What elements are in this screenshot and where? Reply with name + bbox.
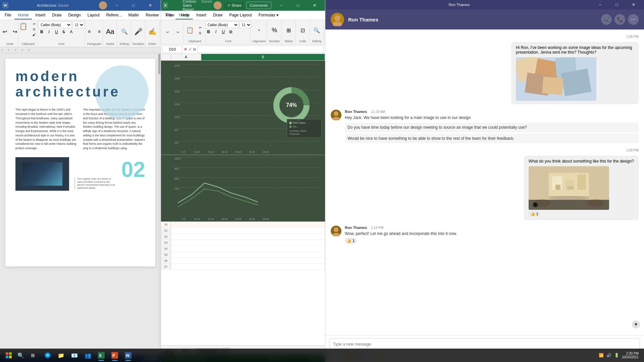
excel-number-format-btn[interactable]: % [270,26,279,35]
excel-minimize-btn[interactable]: − [273,0,289,11]
excel-bold-btn[interactable]: B [205,29,212,35]
strikethrough-btn[interactable]: S̶ [60,29,67,35]
word-minimize-btn[interactable]: − [109,0,124,11]
excel-align-btn[interactable]: ≡ [254,28,264,33]
excel-tab-insert[interactable]: Insert [193,11,210,19]
tab-insert[interactable]: Insert [32,11,49,19]
message-reaction-4[interactable]: 👍 1 [345,238,357,244]
copy-btn[interactable]: ⎘ [30,27,39,32]
teams-video-call-btn[interactable]: 📹 [601,14,612,25]
teams-restore-btn[interactable]: □ [609,0,625,10]
taskbar-word[interactable]: W [122,349,134,361]
excel-font-group: Calibri (Body) 11 B I U ⊞ Font [206,21,251,44]
taskbar-teams[interactable]: 👥 [82,349,94,361]
font-color-btn[interactable]: A [68,29,74,35]
share-btn[interactable]: ↗ Share [224,2,245,9]
teams-message-input[interactable] [329,338,640,350]
cut-btn[interactable]: ✂ [30,21,39,26]
tab-review[interactable]: Review [142,11,162,19]
tab-home[interactable]: Home [14,11,32,19]
message-text-2b: Do you have time today before our design… [345,123,639,132]
paste-btn[interactable]: 📋 [18,21,29,31]
taskbar-excel[interactable]: X [95,349,107,361]
taskbar-start-btn[interactable] [3,349,15,361]
excel-cut-btn[interactable]: ✂ [196,25,205,30]
excel-name-box[interactable] [162,46,182,53]
excel-undo-btn[interactable]: ↩ [163,30,172,35]
excel-underline-btn[interactable]: U [220,29,227,35]
taskbar-mail[interactable]: 📧 [68,349,80,361]
scroll-down-btn[interactable]: ▼ [632,320,640,328]
underline-btn[interactable]: U [53,29,60,35]
dictate-btn[interactable]: 🎤 [133,27,144,36]
taskbar-explorer[interactable]: 📁 [55,349,67,361]
excel-formula-input[interactable] [198,46,324,53]
tab-help[interactable]: Help [177,11,193,19]
tab-refere[interactable]: Refere... [103,11,125,19]
bold-btn[interactable]: B [38,29,45,35]
doc-bottom: The organic truth of a forest or wave pr… [15,157,145,191]
excel-col-b[interactable]: B [201,54,325,60]
excel-editing-btn[interactable]: 🔍 [312,26,321,34]
tab-view[interactable]: View [162,11,178,19]
excel-redo-btn[interactable]: ↪ [173,30,182,35]
excel-tab-draw[interactable]: Draw [210,11,226,19]
taskbar-search[interactable]: 🔍 [15,349,27,361]
format-painter-btn[interactable]: 🖌 [30,32,39,37]
clipboard-label: Clipboard [22,42,35,46]
styles-btn[interactable]: Aa [105,27,115,36]
taskbar-datetime[interactable]: 2:30 PM 10/20/2021 [622,352,641,359]
excel-border-btn[interactable]: ⊞ [227,29,234,35]
find-btn[interactable]: 🔍 [120,28,129,36]
taskbar-taskview[interactable]: ⊞ [27,349,39,361]
teams-minimize-btn[interactable]: − [592,0,608,10]
excel-italic-btn[interactable]: I [213,29,219,35]
word-scroll-thumb[interactable] [158,54,160,74]
font-size-select[interactable]: 11 [72,21,85,28]
taskbar-powerpoint[interactable]: P [109,349,121,361]
ribbon-clipboard-group: 📋 ✂ ⎘ 🖌 Clipboard [19,21,38,46]
undo-group-label: Undo [6,42,13,46]
word-close-btn[interactable]: ✕ [143,0,158,11]
excel-cells-btn[interactable]: ⊡ [298,26,307,34]
tab-design[interactable]: Design [65,11,84,19]
tab-mailin[interactable]: Mailin [125,11,142,19]
excel-paste-btn[interactable]: 📋 [185,26,195,35]
excel-font-size-select[interactable]: 11 [239,21,252,28]
align-left-btn[interactable]: ≡ [85,28,94,35]
taskbar-sound[interactable]: 🔊 [606,353,611,358]
message-avatar-ron [331,110,341,120]
tab-file[interactable]: File [1,11,14,19]
excel-tab-formulas[interactable]: Formulas ▾ [255,11,282,19]
table-row: 31 [161,228,325,234]
align-center-btn[interactable]: ≡ [95,28,104,35]
italic-btn[interactable]: I [46,29,52,35]
excel-copy-btn[interactable]: ⎘ [196,31,205,36]
excel-tables-btn[interactable]: ⊞ [284,26,293,34]
message-content-2: Ron Thames 11:19 AM Hey Jack. We have be… [345,110,639,143]
teams-close-btn[interactable]: ✕ [626,0,641,10]
svg-rect-26 [567,186,574,190]
comments-btn[interactable]: Comments [246,2,271,9]
taskbar-wifi[interactable]: 📶 [599,353,604,358]
message-reaction-3[interactable]: 👍 1 [529,211,540,217]
word-maximize-btn[interactable]: □ [126,0,141,11]
tab-layout[interactable]: Layout [84,11,103,19]
teams-audio-call-btn[interactable]: 📞 [614,14,625,25]
legend-new-sales: New Sales [293,121,306,124]
excel-tab-pagelayout[interactable]: Page Layout [226,11,255,19]
tab-draw[interactable]: Draw [49,11,65,19]
word-window: W Architecture Saved − □ ✕ File Home Ins… [0,0,161,362]
excel-font-select[interactable]: Calibri (Body) [205,21,239,28]
excel-maximize-btn[interactable]: □ [290,0,306,11]
font-family-select[interactable]: Calibri (Body) [38,21,72,28]
teams-more-options-btn[interactable]: ⋯ [628,14,639,25]
taskbar-battery[interactable]: 🔋 [614,353,619,358]
excel-close-btn[interactable]: ✕ [307,0,322,11]
undo-btn[interactable]: ↩ [0,28,9,36]
word-scrollbar[interactable] [158,53,161,347]
excel-col-a[interactable]: A [171,54,201,60]
taskbar-edge[interactable] [42,349,54,361]
table-row: 33 [161,240,325,246]
editor-btn[interactable]: ✍ [147,27,158,36]
